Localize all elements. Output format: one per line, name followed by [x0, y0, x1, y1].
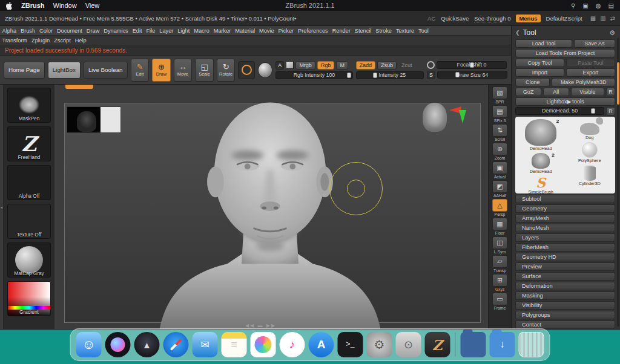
edit-button[interactable]: ✎ Edit	[131, 59, 150, 82]
menu-color[interactable]: Color	[38, 28, 55, 34]
goz-button[interactable]: GoZ	[515, 88, 541, 96]
section-geometry[interactable]: Geometry	[515, 204, 615, 213]
apple-icon[interactable]	[6, 2, 13, 10]
menu-stroke[interactable]: Stroke	[374, 28, 394, 34]
dock-safari[interactable]	[163, 332, 189, 357]
rtray-scroll[interactable]: ⇅Scroll	[492, 124, 507, 141]
dock-launchpad[interactable]: ▲	[134, 332, 160, 357]
zadd-button[interactable]: Zadd	[356, 61, 376, 70]
rtray-persp[interactable]: △Persp	[492, 199, 507, 216]
move-button[interactable]: ↔ Move	[174, 59, 193, 82]
menu-document[interactable]: Document	[54, 28, 84, 34]
slider-r-button[interactable]: R	[606, 107, 615, 115]
dock-system-preferences[interactable]: ⚙	[367, 332, 392, 357]
switcher-icon[interactable]: ▤	[608, 2, 614, 9]
tool-demohead-active[interactable]: 2 DemoHead	[525, 119, 556, 151]
scale-button[interactable]: ◱ Scale	[195, 59, 214, 82]
menu-preferences[interactable]: Preferences	[296, 28, 331, 34]
current-brush-button[interactable]	[238, 61, 255, 79]
menu-zscript[interactable]: Zscript	[52, 37, 73, 44]
dock-terminal[interactable]: >_	[338, 332, 363, 357]
rtray-frame[interactable]: ▭Frame	[492, 293, 507, 310]
section-surface[interactable]: Surface	[515, 272, 615, 281]
z-intensity-slider[interactable]: Z Intensity 25	[356, 71, 424, 79]
menu-alpha[interactable]: Alpha	[0, 28, 19, 34]
rtray-spix[interactable]: ▤SPix 3	[492, 105, 507, 123]
lightbox-button[interactable]: LightBox	[48, 62, 81, 79]
section-nanomesh[interactable]: NanoMesh	[515, 224, 615, 232]
axis-gizmo[interactable]	[449, 103, 472, 131]
spotlight-icon[interactable]: ⚲	[571, 2, 575, 9]
document-canvas[interactable]: ◀◀ ▬ ▶▶	[54, 85, 488, 329]
rgb-button[interactable]: Rgb	[317, 61, 335, 70]
swap-icon[interactable]: ⇄	[610, 15, 615, 22]
make-polymesh3d-button[interactable]: Make PolyMesh3D	[552, 78, 615, 86]
live-boolean-button[interactable]: Live Boolean	[84, 62, 128, 79]
section-arraymesh[interactable]: ArrayMesh	[515, 214, 615, 223]
menu-macro[interactable]: Macro	[192, 28, 212, 34]
section-preview[interactable]: Preview	[515, 262, 615, 271]
menu-zplugin[interactable]: Zplugin	[30, 37, 52, 44]
dock-mail[interactable]: ✉	[193, 332, 218, 357]
tool-polysphere[interactable]: PolySphere	[578, 142, 601, 163]
menu-help[interactable]: Help	[73, 37, 88, 44]
section-fibermesh[interactable]: FiberMesh	[515, 243, 615, 252]
visible-button[interactable]: Visible	[571, 88, 604, 96]
tool-cylinder3d[interactable]: Cylinder3D	[579, 165, 601, 186]
tool-quickpick-slider[interactable]: DemoHead. 50	[515, 107, 604, 115]
tool-simplebrush[interactable]: S SimpleBrush	[529, 176, 553, 193]
draw-size-slider[interactable]: Draw Size 64	[437, 71, 507, 79]
canvas-scrollbar[interactable]: ◀◀ ▬ ▶▶	[245, 323, 276, 328]
siri-icon[interactable]: ◍	[596, 2, 601, 9]
menu-render[interactable]: Render	[330, 28, 352, 34]
canvas-tab[interactable]	[65, 85, 93, 89]
section-contact[interactable]: Contact	[515, 320, 615, 329]
menu-edit[interactable]: Edit	[130, 28, 144, 34]
menu-light[interactable]: Light	[176, 28, 192, 34]
rotate-button[interactable]: ↻ Rotate	[217, 59, 236, 82]
focal-shift-slider[interactable]: Focal Shift 0	[437, 61, 507, 69]
home-page-button[interactable]: Home Page	[4, 62, 45, 79]
color-swatch[interactable]	[286, 61, 294, 69]
section-deformation[interactable]: Deformation	[515, 282, 615, 290]
rtray-lsym[interactable]: ◫L.Sym	[492, 236, 507, 254]
lightbox-tools-button[interactable]: Lightbox▶Tools	[515, 97, 615, 106]
menu-tool[interactable]: Tool	[417, 28, 431, 34]
rtray-aahalf[interactable]: ◩AAHalf	[492, 180, 507, 198]
section-subtool[interactable]: Subtool	[515, 195, 615, 203]
menu-material[interactable]: Material	[233, 28, 257, 34]
rgb-intensity-slider[interactable]: Rgb Intensity 100	[275, 71, 352, 79]
zcut-button[interactable]: Zcut	[398, 61, 415, 70]
dock-siri[interactable]	[105, 332, 131, 357]
menubar-item-window[interactable]: Window	[53, 2, 77, 9]
rtray-floor[interactable]: ▦Floor	[492, 218, 507, 235]
quicksave-button[interactable]: QuickSave	[441, 15, 469, 22]
copy-tool-button[interactable]: Copy Tool	[515, 59, 564, 67]
menubar-app-name[interactable]: ZBrush	[21, 2, 45, 9]
dock-downloads-folder[interactable]: ↓	[490, 332, 515, 357]
menu-stencil[interactable]: Stencil	[352, 28, 374, 34]
load-tool-button[interactable]: Load Tool	[515, 39, 572, 48]
dock-documents-folder[interactable]	[461, 332, 486, 357]
default-zscript-button[interactable]: DefaultZScript	[546, 15, 582, 22]
material-selector[interactable]: MatCap Gray	[7, 242, 51, 278]
rtray-transp[interactable]: ▱Transp	[492, 255, 507, 273]
rtray-actual[interactable]: ▣Actual	[492, 161, 507, 179]
menubar-item-view[interactable]: View	[85, 2, 100, 9]
slider-handle[interactable]	[455, 72, 460, 77]
slider-handle[interactable]	[373, 73, 377, 78]
menu-file[interactable]: File	[144, 28, 157, 34]
section-geometry-hd[interactable]: Geometry HD	[515, 253, 615, 261]
menu-marker[interactable]: Marker	[211, 28, 233, 34]
menu-movie[interactable]: Movie	[257, 28, 277, 34]
brush-selector[interactable]: MaskPen	[7, 88, 51, 123]
dock-trash[interactable]	[519, 332, 544, 357]
menu-texture[interactable]: Texture	[394, 28, 416, 34]
save-as-button[interactable]: Save As	[574, 39, 615, 48]
dock-app-store[interactable]: A	[309, 332, 334, 357]
menus-toggle-button[interactable]: Menus	[516, 15, 540, 22]
rtray-gxyz[interactable]: ⊞Gxyz	[492, 274, 507, 291]
layout-grid-icon[interactable]: ▦	[590, 15, 596, 22]
goz-r-button[interactable]: R	[606, 88, 615, 96]
m-button[interactable]: M	[336, 61, 348, 70]
